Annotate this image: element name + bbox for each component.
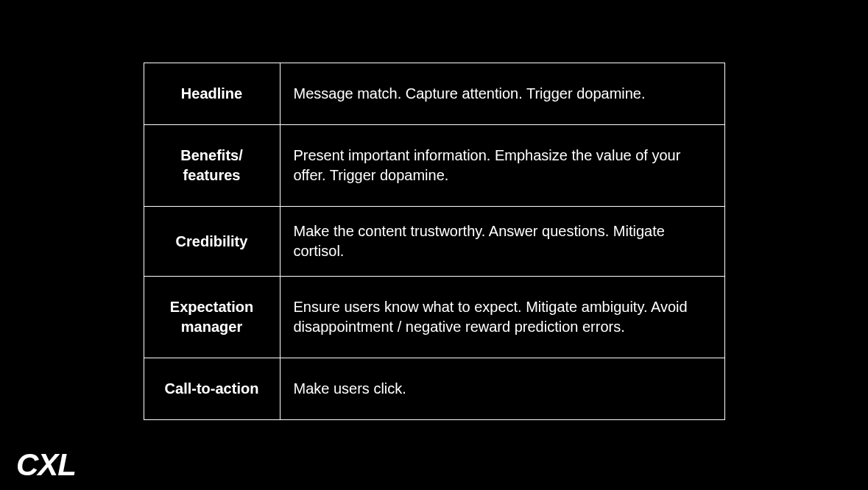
table-row: Expectationmanager Ensure users know wha… [144, 277, 724, 358]
brand-logo: CXL [16, 447, 76, 483]
content-table: Headline Message match. Capture attentio… [144, 63, 725, 420]
row-label-cta: Call-to-action [144, 358, 280, 420]
row-desc-expectation: Ensure users know what to expect. Mitiga… [280, 277, 724, 358]
table-row: Headline Message match. Capture attentio… [144, 63, 724, 125]
row-label-credibility: Credibility [144, 207, 280, 277]
row-label-headline: Headline [144, 63, 280, 125]
table-row: Call-to-action Make users click. [144, 358, 724, 420]
row-label-expectation: Expectationmanager [144, 277, 280, 358]
row-label-benefits: Benefits/features [144, 125, 280, 207]
slide: Headline Message match. Capture attentio… [0, 0, 868, 490]
table-row: Benefits/features Present important info… [144, 125, 724, 207]
row-desc-headline: Message match. Capture attention. Trigge… [280, 63, 724, 125]
row-desc-benefits: Present important information. Emphasize… [280, 125, 724, 207]
table-row: Credibility Make the content trustworthy… [144, 207, 724, 277]
row-desc-cta: Make users click. [280, 358, 724, 420]
content-table-wrap: Headline Message match. Capture attentio… [144, 63, 725, 420]
row-desc-credibility: Make the content trustworthy. Answer que… [280, 207, 724, 277]
